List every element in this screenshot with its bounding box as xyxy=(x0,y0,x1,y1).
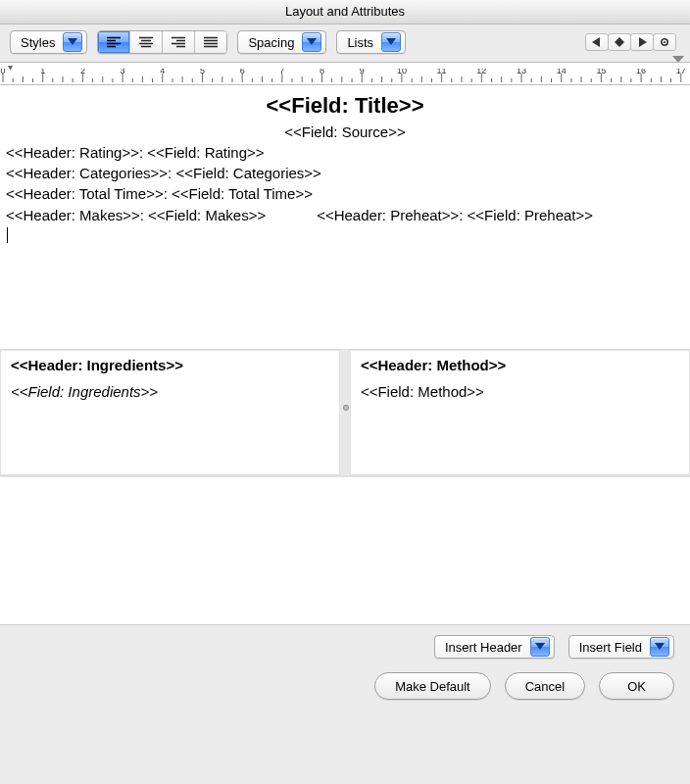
field-source: <<Field: Source>> xyxy=(6,122,684,142)
makes-part: <<Header: Makes>>: <<Field: Makes>> xyxy=(6,206,266,225)
method-header: <<Header: Method>> xyxy=(361,357,679,373)
dropdown-arrow-icon xyxy=(302,32,321,52)
svg-marker-20 xyxy=(615,37,624,47)
lower-empty-area xyxy=(0,476,690,624)
nav-prev-button[interactable] xyxy=(585,33,609,51)
svg-text:14: 14 xyxy=(557,69,567,75)
nav-marker-button[interactable] xyxy=(608,33,631,51)
svg-text:8: 8 xyxy=(320,69,324,75)
svg-text:1: 1 xyxy=(40,69,45,75)
ruler[interactable]: ▾ 01234567891011121314151617 xyxy=(0,62,690,85)
svg-marker-21 xyxy=(639,37,647,47)
svg-marker-18 xyxy=(386,38,396,45)
svg-text:10: 10 xyxy=(397,69,407,75)
svg-text:15: 15 xyxy=(596,69,606,75)
svg-text:0: 0 xyxy=(0,69,5,75)
svg-text:9: 9 xyxy=(360,69,365,75)
dropdown-arrow-icon xyxy=(530,637,550,657)
insert-header-popup[interactable]: Insert Header xyxy=(434,635,555,659)
rating-line: <<Header: Rating>>: <<Field: Rating>> xyxy=(6,143,684,163)
spacing-label: Spacing xyxy=(248,35,294,50)
ok-label: OK xyxy=(627,679,646,694)
insert-row: Insert Header Insert Field xyxy=(16,635,674,659)
svg-text:13: 13 xyxy=(517,69,526,75)
insert-field-label: Insert Field xyxy=(579,640,642,655)
dropdown-arrow-icon xyxy=(650,637,669,657)
nav-end-button[interactable] xyxy=(653,33,676,51)
nav-next-button[interactable] xyxy=(630,33,654,51)
lists-popup[interactable]: Lists xyxy=(336,30,406,54)
method-field: <<Field: Method>> xyxy=(361,383,679,400)
preheat-part: <<Header: Preheat>>: <<Field: Preheat>> xyxy=(317,206,593,225)
dropdown-arrow-icon xyxy=(381,32,401,52)
alignment-segmented-control[interactable] xyxy=(97,30,227,54)
totaltime-line: <<Header: Total Time>>: <<Field: Total T… xyxy=(6,184,684,204)
svg-marker-17 xyxy=(307,38,317,45)
toolbar-nav-group xyxy=(586,33,680,51)
make-default-button[interactable]: Make Default xyxy=(374,672,491,700)
svg-marker-19 xyxy=(592,37,600,47)
text-cursor xyxy=(7,227,8,243)
align-center-button[interactable] xyxy=(130,31,163,53)
svg-text:12: 12 xyxy=(476,69,486,75)
cancel-label: Cancel xyxy=(525,679,565,694)
panels-row: <<Header: Ingredients>> <<Field: Ingredi… xyxy=(0,349,690,476)
dropdown-arrow-icon xyxy=(63,32,82,52)
window-title: Layout and Attributes xyxy=(285,4,405,19)
styles-popup[interactable]: Styles xyxy=(10,30,87,54)
field-title: <<Field: Title>> xyxy=(6,91,684,121)
window-titlebar: Layout and Attributes xyxy=(0,0,690,24)
svg-text:16: 16 xyxy=(636,69,646,75)
svg-text:6: 6 xyxy=(240,69,245,75)
lists-label: Lists xyxy=(347,35,373,50)
confirm-row: Make Default Cancel OK xyxy=(16,672,674,700)
svg-text:2: 2 xyxy=(80,69,85,75)
align-left-button[interactable] xyxy=(98,31,130,53)
method-panel[interactable]: <<Header: Method>> <<Field: Method>> xyxy=(350,350,690,475)
make-default-label: Make Default xyxy=(395,679,470,694)
svg-text:5: 5 xyxy=(200,69,205,75)
svg-marker-0 xyxy=(68,38,77,45)
spacing-popup[interactable]: Spacing xyxy=(237,30,326,54)
categories-line: <<Header: Categories>>: <<Field: Categor… xyxy=(6,164,684,183)
svg-text:3: 3 xyxy=(121,69,125,75)
insert-header-label: Insert Header xyxy=(445,640,522,655)
align-justify-button[interactable] xyxy=(195,31,226,53)
document-area[interactable]: <<Field: Title>> <<Field: Source>> <<Hea… xyxy=(0,85,690,349)
ingredients-header: <<Header: Ingredients>> xyxy=(11,357,329,373)
ok-button[interactable]: OK xyxy=(599,672,674,700)
svg-text:17: 17 xyxy=(676,69,686,75)
cancel-button[interactable]: Cancel xyxy=(505,672,585,700)
svg-text:4: 4 xyxy=(160,69,165,75)
panels-divider[interactable] xyxy=(342,350,350,475)
styles-label: Styles xyxy=(21,35,55,50)
ruler-ticks: 01234567891011121314151617 xyxy=(0,69,690,82)
insert-field-popup[interactable]: Insert Field xyxy=(568,635,674,659)
svg-text:11: 11 xyxy=(437,69,447,75)
align-right-button[interactable] xyxy=(163,31,195,53)
ingredients-panel[interactable]: <<Header: Ingredients>> <<Field: Ingredi… xyxy=(0,350,340,475)
svg-marker-113 xyxy=(655,643,665,650)
makes-preheat-line: <<Header: Makes>>: <<Field: Makes>> <<He… xyxy=(6,206,684,225)
svg-marker-112 xyxy=(535,643,545,650)
svg-point-23 xyxy=(664,41,665,43)
ingredients-field: <<Field: Ingredients>> xyxy=(11,383,329,400)
svg-text:7: 7 xyxy=(279,69,284,75)
bottom-button-area: Insert Header Insert Field Make Default … xyxy=(0,624,690,700)
